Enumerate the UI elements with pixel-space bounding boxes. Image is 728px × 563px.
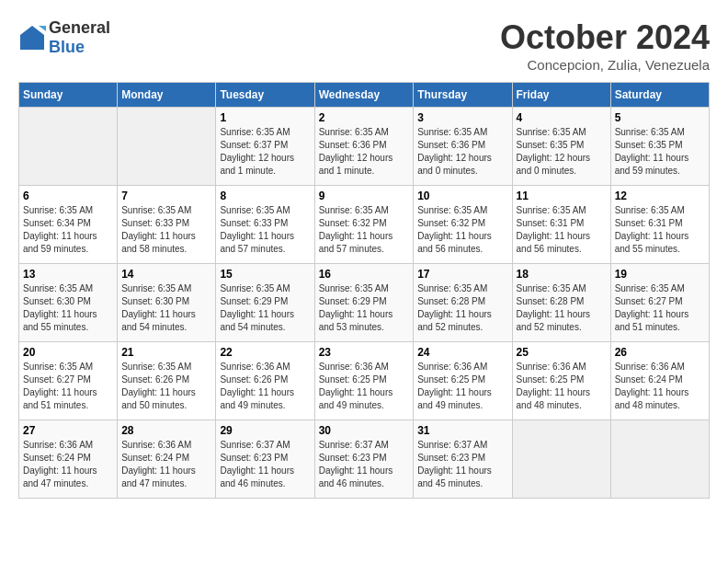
calendar-cell: [19, 108, 118, 186]
calendar-cell: 14Sunrise: 6:35 AMSunset: 6:30 PMDayligh…: [118, 264, 216, 342]
day-number: 12: [615, 190, 705, 202]
day-number: 7: [121, 190, 211, 202]
day-number: 25: [517, 346, 607, 359]
day-info: Sunrise: 6:35 AMSunset: 6:27 PMDaylight:…: [23, 361, 113, 412]
calendar-cell: 28Sunrise: 6:36 AMSunset: 6:24 PMDayligh…: [118, 420, 216, 499]
calendar-cell: 17Sunrise: 6:35 AMSunset: 6:28 PMDayligh…: [414, 264, 512, 342]
day-info: Sunrise: 6:35 AMSunset: 6:31 PMDaylight:…: [517, 204, 607, 256]
day-info: Sunrise: 6:35 AMSunset: 6:35 PMDaylight:…: [615, 126, 705, 178]
svg-marker-0: [20, 26, 44, 50]
day-info: Sunrise: 6:36 AMSunset: 6:24 PMDaylight:…: [615, 361, 705, 412]
calendar-table: SundayMondayTuesdayWednesdayThursdayFrid…: [18, 82, 710, 499]
day-number: 26: [615, 346, 705, 359]
day-number: 6: [23, 190, 113, 202]
day-number: 13: [23, 268, 113, 281]
calendar-body: 1Sunrise: 6:35 AMSunset: 6:37 PMDaylight…: [19, 108, 710, 499]
day-number: 28: [121, 424, 211, 437]
day-info: Sunrise: 6:35 AMSunset: 6:27 PMDaylight:…: [615, 282, 705, 334]
day-number: 14: [121, 268, 211, 281]
day-info: Sunrise: 6:35 AMSunset: 6:29 PMDaylight:…: [319, 282, 410, 334]
day-info: Sunrise: 6:35 AMSunset: 6:34 PMDaylight:…: [23, 204, 113, 256]
day-info: Sunrise: 6:35 AMSunset: 6:29 PMDaylight:…: [220, 282, 310, 334]
calendar-cell: 6Sunrise: 6:35 AMSunset: 6:34 PMDaylight…: [19, 186, 118, 264]
day-info: Sunrise: 6:35 AMSunset: 6:28 PMDaylight:…: [417, 282, 507, 334]
day-number: 23: [319, 346, 410, 359]
calendar-cell: 22Sunrise: 6:36 AMSunset: 6:26 PMDayligh…: [216, 342, 314, 420]
day-info: Sunrise: 6:36 AMSunset: 6:24 PMDaylight:…: [121, 439, 211, 490]
day-number: 4: [517, 111, 607, 124]
calendar-cell: 16Sunrise: 6:35 AMSunset: 6:29 PMDayligh…: [314, 264, 414, 342]
day-info: Sunrise: 6:35 AMSunset: 6:30 PMDaylight:…: [121, 282, 211, 334]
day-header: Wednesday: [314, 83, 414, 108]
calendar-week-row: 13Sunrise: 6:35 AMSunset: 6:30 PMDayligh…: [19, 264, 710, 342]
calendar-cell: 7Sunrise: 6:35 AMSunset: 6:33 PMDaylight…: [118, 186, 216, 264]
day-number: 2: [319, 111, 410, 124]
day-number: 29: [220, 424, 310, 437]
calendar-cell: 12Sunrise: 6:35 AMSunset: 6:31 PMDayligh…: [610, 186, 709, 264]
day-info: Sunrise: 6:35 AMSunset: 6:32 PMDaylight:…: [319, 204, 410, 256]
day-info: Sunrise: 6:36 AMSunset: 6:25 PMDaylight:…: [319, 361, 410, 412]
calendar-cell: 27Sunrise: 6:36 AMSunset: 6:24 PMDayligh…: [19, 420, 118, 499]
day-info: Sunrise: 6:35 AMSunset: 6:28 PMDaylight:…: [517, 282, 607, 334]
day-info: Sunrise: 6:35 AMSunset: 6:37 PMDaylight:…: [220, 126, 310, 178]
calendar-cell: 26Sunrise: 6:36 AMSunset: 6:24 PMDayligh…: [610, 342, 709, 420]
calendar-week-row: 1Sunrise: 6:35 AMSunset: 6:37 PMDaylight…: [19, 108, 710, 186]
calendar-cell: 5Sunrise: 6:35 AMSunset: 6:35 PMDaylight…: [610, 108, 709, 186]
calendar-cell: 24Sunrise: 6:36 AMSunset: 6:25 PMDayligh…: [414, 342, 512, 420]
calendar-cell: 18Sunrise: 6:35 AMSunset: 6:28 PMDayligh…: [512, 264, 610, 342]
calendar-cell: 1Sunrise: 6:35 AMSunset: 6:37 PMDaylight…: [216, 108, 314, 186]
day-number: 18: [517, 268, 607, 281]
day-info: Sunrise: 6:36 AMSunset: 6:24 PMDaylight:…: [23, 439, 113, 490]
calendar-cell: 4Sunrise: 6:35 AMSunset: 6:35 PMDaylight…: [512, 108, 610, 186]
day-number: 27: [23, 424, 113, 437]
day-info: Sunrise: 6:35 AMSunset: 6:30 PMDaylight:…: [23, 282, 113, 334]
calendar-cell: 2Sunrise: 6:35 AMSunset: 6:36 PMDaylight…: [314, 108, 414, 186]
day-info: Sunrise: 6:35 AMSunset: 6:36 PMDaylight:…: [319, 126, 410, 178]
day-number: 16: [319, 268, 410, 281]
calendar-cell: 23Sunrise: 6:36 AMSunset: 6:25 PMDayligh…: [314, 342, 414, 420]
day-number: 10: [417, 190, 507, 202]
logo-text-general: General: [49, 18, 110, 37]
calendar-cell: [118, 108, 216, 186]
calendar-week-row: 6Sunrise: 6:35 AMSunset: 6:34 PMDaylight…: [19, 186, 710, 264]
calendar-week-row: 20Sunrise: 6:35 AMSunset: 6:27 PMDayligh…: [19, 342, 710, 420]
calendar-cell: 3Sunrise: 6:35 AMSunset: 6:36 PMDaylight…: [414, 108, 512, 186]
calendar-week-row: 27Sunrise: 6:36 AMSunset: 6:24 PMDayligh…: [19, 420, 710, 499]
svg-marker-1: [39, 26, 46, 31]
title-block: October 2024 Concepcion, Zulia, Venezuel…: [500, 18, 710, 73]
calendar-cell: 13Sunrise: 6:35 AMSunset: 6:30 PMDayligh…: [19, 264, 118, 342]
day-number: 5: [615, 111, 705, 124]
day-header: Monday: [118, 83, 216, 108]
logo-icon: [18, 24, 46, 52]
day-info: Sunrise: 6:36 AMSunset: 6:25 PMDaylight:…: [417, 361, 507, 412]
day-header: Thursday: [414, 83, 512, 108]
day-number: 9: [319, 190, 410, 202]
day-number: 17: [417, 268, 507, 281]
day-info: Sunrise: 6:36 AMSunset: 6:25 PMDaylight:…: [517, 361, 607, 412]
day-info: Sunrise: 6:35 AMSunset: 6:36 PMDaylight:…: [417, 126, 507, 178]
calendar-cell: 15Sunrise: 6:35 AMSunset: 6:29 PMDayligh…: [216, 264, 314, 342]
day-header: Saturday: [610, 83, 709, 108]
day-info: Sunrise: 6:35 AMSunset: 6:33 PMDaylight:…: [121, 204, 211, 256]
day-header: Tuesday: [216, 83, 314, 108]
calendar-cell: [512, 420, 610, 499]
day-info: Sunrise: 6:36 AMSunset: 6:26 PMDaylight:…: [220, 361, 310, 412]
day-header: Sunday: [19, 83, 118, 108]
day-info: Sunrise: 6:37 AMSunset: 6:23 PMDaylight:…: [319, 439, 410, 490]
day-number: 30: [319, 424, 410, 437]
location-subtitle: Concepcion, Zulia, Venezuela: [500, 57, 710, 73]
calendar-cell: 25Sunrise: 6:36 AMSunset: 6:25 PMDayligh…: [512, 342, 610, 420]
calendar-cell: 19Sunrise: 6:35 AMSunset: 6:27 PMDayligh…: [610, 264, 709, 342]
day-number: 1: [220, 111, 310, 124]
day-number: 11: [517, 190, 607, 202]
day-number: 3: [417, 111, 507, 124]
calendar-cell: 11Sunrise: 6:35 AMSunset: 6:31 PMDayligh…: [512, 186, 610, 264]
logo-text-blue: Blue: [49, 38, 85, 56]
day-number: 20: [23, 346, 113, 359]
day-info: Sunrise: 6:35 AMSunset: 6:31 PMDaylight:…: [615, 204, 705, 256]
page-header: General Blue October 2024 Concepcion, Zu…: [18, 18, 710, 73]
day-info: Sunrise: 6:35 AMSunset: 6:33 PMDaylight:…: [220, 204, 310, 256]
day-number: 24: [417, 346, 507, 359]
day-info: Sunrise: 6:37 AMSunset: 6:23 PMDaylight:…: [417, 439, 507, 490]
month-title: October 2024: [500, 18, 710, 57]
